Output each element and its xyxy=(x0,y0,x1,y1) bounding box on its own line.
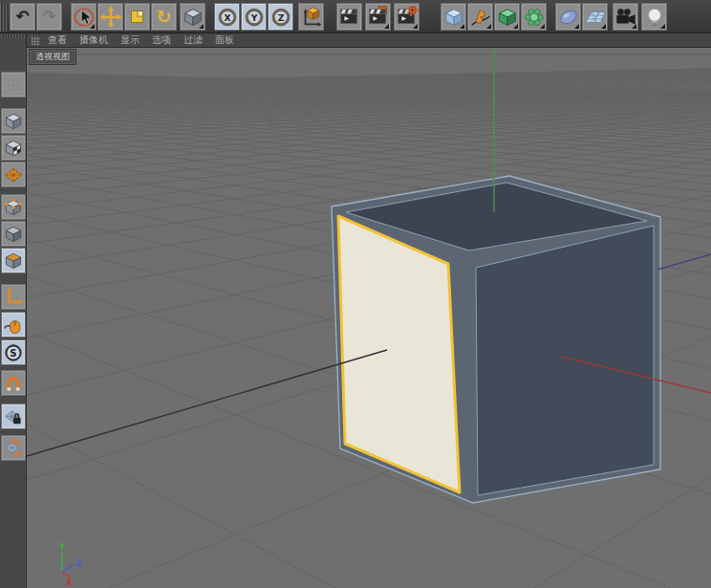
pen-spline-button[interactable] xyxy=(467,3,493,31)
live-selection-icon xyxy=(73,6,96,29)
light-button[interactable] xyxy=(641,3,667,31)
model-mode-icon xyxy=(3,111,24,132)
cube-object[interactable] xyxy=(332,176,660,503)
generators-icon xyxy=(496,6,519,29)
render-view-button[interactable] xyxy=(336,3,362,31)
z-axis-lock-button[interactable]: Z xyxy=(268,3,293,31)
x-axis-lock-icon: X xyxy=(216,6,239,29)
add-cube-icon xyxy=(442,6,465,29)
edges-mode-icon xyxy=(3,224,24,245)
svg-text:S: S xyxy=(10,347,16,358)
tweak-mode-button[interactable] xyxy=(1,312,26,338)
live-selection-button[interactable] xyxy=(71,3,97,31)
points-mode-button[interactable] xyxy=(1,194,26,220)
polygons-mode-button[interactable] xyxy=(1,248,26,273)
viewport-canvas: YZX xyxy=(27,48,711,588)
y-axis-lock-icon: Y xyxy=(243,6,266,29)
menu-camera[interactable]: 摄像机 xyxy=(79,33,108,47)
camera-icon xyxy=(614,6,637,29)
coordinate-system-icon xyxy=(300,6,323,29)
render-settings-icon xyxy=(396,6,419,29)
render-picture-viewer-icon xyxy=(367,6,390,29)
pen-spline-icon xyxy=(469,6,492,29)
workplane-align-icon xyxy=(3,438,24,459)
redo-icon: ↷ xyxy=(42,9,55,25)
enable-snap-button[interactable]: S xyxy=(1,339,26,365)
render-view-icon xyxy=(338,6,361,29)
rotate-icon: ↻ xyxy=(157,8,172,26)
scale-icon xyxy=(126,6,149,29)
application-window: ↶↷↻XYZ 查看摄像机显示选项过滤面板 S YZX 透视视图 xyxy=(0,0,711,588)
enable-snap-icon: S xyxy=(3,342,24,363)
rotate-button[interactable]: ↻ xyxy=(151,3,177,31)
toolbar-grip-handle[interactable] xyxy=(0,2,8,32)
menu-display[interactable]: 显示 xyxy=(120,33,140,47)
points-mode-icon xyxy=(3,197,24,218)
left-mode-toolbar: S xyxy=(0,33,27,588)
redo-button: ↷ xyxy=(36,3,62,31)
undo-button[interactable]: ↶ xyxy=(10,3,35,31)
deformers-icon xyxy=(523,6,546,29)
svg-text:Z: Z xyxy=(277,11,284,22)
workplane-mode-button[interactable] xyxy=(1,162,26,187)
menu-options[interactable]: 选项 xyxy=(152,33,171,47)
workplane-mode-icon xyxy=(3,164,24,185)
environment-button[interactable] xyxy=(555,3,581,31)
scale-button[interactable] xyxy=(124,3,150,31)
model-mode-button[interactable] xyxy=(1,108,26,134)
lock-workplane-button[interactable] xyxy=(1,403,26,429)
enable-axis-icon xyxy=(3,287,24,308)
gizmo-x-label: X xyxy=(66,577,73,587)
move-icon xyxy=(99,6,122,29)
menu-panel[interactable]: 面板 xyxy=(215,33,234,47)
deformers-button[interactable] xyxy=(521,3,547,31)
perspective-viewport[interactable]: YZX 透视视图 xyxy=(27,48,711,588)
y-axis-lock-button[interactable]: Y xyxy=(241,3,267,31)
environment-icon xyxy=(557,6,580,29)
svg-text:X: X xyxy=(224,11,230,22)
camera-button[interactable] xyxy=(613,3,638,31)
enable-axis-button[interactable] xyxy=(1,284,26,310)
floor-icon xyxy=(584,6,607,29)
coordinate-system-button[interactable] xyxy=(298,3,324,31)
polygons-mode-icon xyxy=(3,250,24,272)
make-editable-button xyxy=(1,72,26,98)
z-axis-lock-icon: Z xyxy=(269,6,292,29)
texture-mode-icon xyxy=(3,138,24,159)
top-toolbar: ↶↷↻XYZ xyxy=(0,0,711,33)
magnet-button[interactable] xyxy=(1,370,26,396)
add-cube-button[interactable] xyxy=(441,3,466,31)
texture-mode-button[interactable] xyxy=(1,135,26,161)
undo-icon: ↶ xyxy=(15,9,29,25)
render-settings-button[interactable] xyxy=(394,3,420,31)
generators-button[interactable] xyxy=(494,3,520,31)
viewport-menubar: 查看摄像机显示选项过滤面板 xyxy=(27,33,711,48)
svg-text:Y: Y xyxy=(249,11,257,22)
sidebar-grip-handle[interactable] xyxy=(1,34,26,38)
menu-filter[interactable]: 过滤 xyxy=(183,33,203,47)
floor-button[interactable] xyxy=(582,3,608,31)
render-picture-viewer-button[interactable] xyxy=(365,3,391,31)
menubar-grip-icon[interactable] xyxy=(32,36,40,45)
cube-right-face[interactable] xyxy=(476,226,654,495)
gizmo-z-label: Z xyxy=(76,558,82,568)
gizmo-y-label: Y xyxy=(58,542,66,552)
x-axis-lock-button[interactable]: X xyxy=(214,3,240,31)
viewport-name-label: 透视视图 xyxy=(30,50,75,64)
workplane-align-button[interactable] xyxy=(1,435,26,461)
edges-mode-button[interactable] xyxy=(1,221,26,247)
menu-view[interactable]: 查看 xyxy=(48,33,67,47)
last-tool-cube-icon xyxy=(182,6,205,29)
move-button[interactable] xyxy=(97,3,123,31)
lock-workplane-icon xyxy=(3,406,24,427)
magnet-icon xyxy=(3,373,24,394)
make-editable-icon xyxy=(3,75,24,96)
tweak-mode-icon xyxy=(3,315,24,336)
light-icon xyxy=(643,6,666,29)
last-tool-cube-button[interactable] xyxy=(180,3,205,31)
